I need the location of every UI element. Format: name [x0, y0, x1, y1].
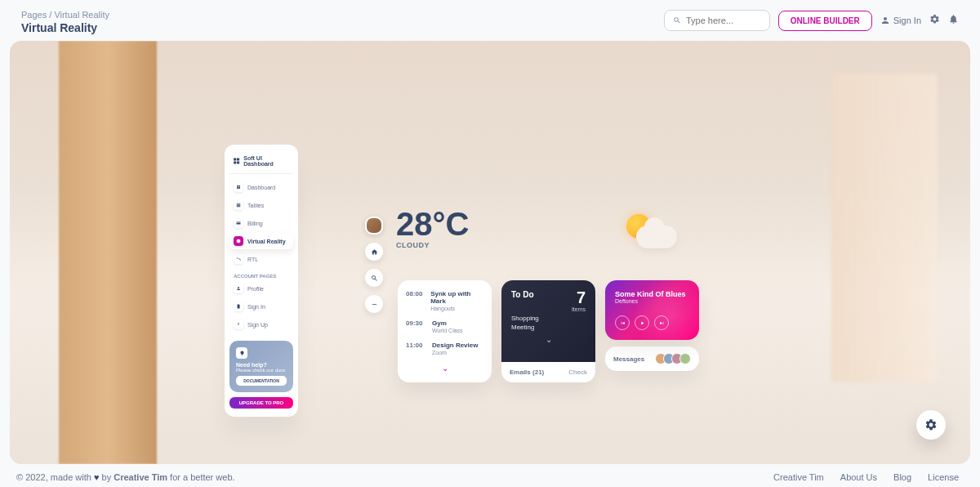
sidebar-section-account: ACCOUNT PAGES — [229, 269, 293, 280]
avatar-group — [658, 353, 691, 364]
chevron-down-icon[interactable]: ⌄ — [406, 364, 483, 373]
calendar-card: 08:00Synk up with MarkHangouts 09:30GymW… — [398, 280, 492, 382]
todo-card: To Do 7 Items Shopping Meeting ⌄ Emails … — [501, 280, 595, 382]
credit-card-icon — [236, 221, 241, 226]
music-title: Some Kind Of Blues — [615, 290, 689, 298]
shop-icon — [236, 185, 241, 190]
sidebar-brand[interactable]: Soft UI Dashboard — [229, 153, 293, 174]
minimize-button[interactable] — [365, 295, 383, 313]
documentation-button[interactable]: DOCUMENTATION — [236, 376, 287, 386]
calendar-item[interactable]: 11:00Design ReviewZoom — [406, 342, 483, 355]
music-artist: Deftones — [615, 298, 689, 304]
tool-icon — [236, 257, 241, 261]
cloud-icon — [636, 226, 677, 248]
search-box[interactable] — [664, 10, 770, 31]
sidebar-item-rtl[interactable]: RTL — [229, 251, 293, 267]
help-title: Need help? — [236, 362, 287, 368]
brand-icon — [233, 157, 240, 165]
todo-title: To Do — [511, 290, 586, 299]
table-icon — [236, 203, 241, 208]
footer-copyright: © 2022, made with ♥ by Creative Tim for … — [16, 472, 235, 482]
topbar: Pages / Virtual Reality Virtual Reality … — [0, 0, 980, 41]
help-sub: Please check our docs — [236, 368, 287, 373]
footer-link[interactable]: License — [928, 472, 959, 482]
footer-link[interactable]: Creative Tim — [773, 472, 824, 482]
todo-list: Shopping Meeting — [511, 314, 586, 332]
next-icon — [659, 320, 665, 326]
top-right: ONLINE BUILDER Sign In — [664, 10, 959, 31]
sidebar: Soft UI Dashboard Dashboard Tables Billi… — [225, 145, 298, 417]
upgrade-button[interactable]: UPGRADE TO PRO — [229, 397, 293, 409]
footer-links: Creative Tim About Us Blog License — [773, 472, 959, 482]
sidebar-item-signin[interactable]: Sign In — [229, 298, 293, 315]
search-input[interactable] — [686, 16, 761, 25]
play-button[interactable] — [635, 315, 649, 330]
bell-icon[interactable] — [948, 13, 959, 28]
avatar[interactable] — [365, 217, 383, 235]
play-icon — [639, 320, 645, 326]
todo-items-label: Items — [572, 306, 586, 312]
vr-scene: Soft UI Dashboard Dashboard Tables Billi… — [10, 41, 970, 464]
sidebar-item-profile[interactable]: Profile — [229, 280, 293, 297]
weather-icon — [626, 214, 651, 239]
messages-label: Messages — [613, 355, 644, 363]
music-controls — [615, 315, 689, 330]
cards-row: 08:00Synk up with MarkHangouts 09:30GymW… — [398, 280, 699, 382]
sidebar-item-signup[interactable]: Sign Up — [229, 316, 293, 333]
weather-temp: 28°C — [396, 206, 469, 243]
sidebar-item-virtual-reality[interactable]: Virtual Reality — [229, 233, 293, 249]
mini-nav — [365, 217, 383, 313]
messages-card[interactable]: Messages — [605, 346, 699, 371]
document-icon — [236, 304, 241, 309]
prev-button[interactable] — [615, 315, 630, 330]
svg-point-0 — [238, 287, 239, 288]
rocket-icon — [236, 322, 241, 327]
sidebar-item-tables[interactable]: Tables — [229, 197, 293, 213]
sidebar-item-billing[interactable]: Billing — [229, 215, 293, 231]
breadcrumb: Pages / Virtual Reality — [21, 10, 109, 20]
todo-item: Shopping — [511, 314, 586, 323]
cube-icon — [236, 239, 241, 244]
next-button[interactable] — [654, 315, 669, 330]
todo-count: 7 — [577, 288, 586, 307]
home-icon — [371, 248, 378, 256]
search-icon — [371, 275, 378, 282]
breadcrumb-current: Virtual Reality — [54, 10, 109, 20]
footer-link[interactable]: About Us — [840, 472, 877, 482]
page-title: Virtual Reality — [21, 21, 109, 34]
sidebar-item-dashboard[interactable]: Dashboard — [229, 179, 293, 195]
emails-label: Emails (21) — [510, 369, 544, 376]
todo-item: Meeting — [511, 323, 586, 332]
chevron-down-icon[interactable]: ⌄ — [511, 335, 586, 344]
home-button[interactable] — [365, 243, 383, 261]
search-button[interactable] — [365, 269, 383, 287]
emails-bar[interactable]: Emails (21) Check — [501, 362, 595, 382]
user-icon — [236, 286, 241, 291]
user-icon — [880, 16, 890, 25]
calendar-item[interactable]: 08:00Synk up with MarkHangouts — [406, 290, 483, 311]
minus-icon — [371, 301, 378, 308]
music-card: Some Kind Of Blues Deftones — [605, 280, 699, 340]
prev-icon — [620, 320, 626, 326]
weather-widget: 28°C CLOUDY — [396, 206, 469, 249]
breadcrumb-root[interactable]: Pages — [21, 10, 47, 20]
calendar-item[interactable]: 09:30GymWorld Class — [406, 319, 483, 333]
signin-link[interactable]: Sign In — [880, 16, 921, 25]
search-icon — [673, 16, 681, 25]
avatar — [679, 353, 691, 364]
settings-icon[interactable] — [929, 13, 940, 28]
configurator-button[interactable] — [916, 410, 946, 440]
todo-top: To Do 7 Items Shopping Meeting ⌄ — [501, 280, 595, 362]
breadcrumb-area: Pages / Virtual Reality Virtual Reality — [21, 10, 109, 34]
online-builder-button[interactable]: ONLINE BUILDER — [778, 11, 872, 31]
help-card: Need help? Please check our docs DOCUMEN… — [229, 341, 293, 392]
lightbulb-icon — [236, 347, 247, 359]
footer-author[interactable]: Creative Tim — [114, 472, 167, 482]
music-column: Some Kind Of Blues Deftones Messages — [605, 280, 699, 382]
check-link[interactable]: Check — [568, 369, 587, 376]
footer-link[interactable]: Blog — [893, 472, 911, 482]
gear-icon — [924, 418, 938, 431]
